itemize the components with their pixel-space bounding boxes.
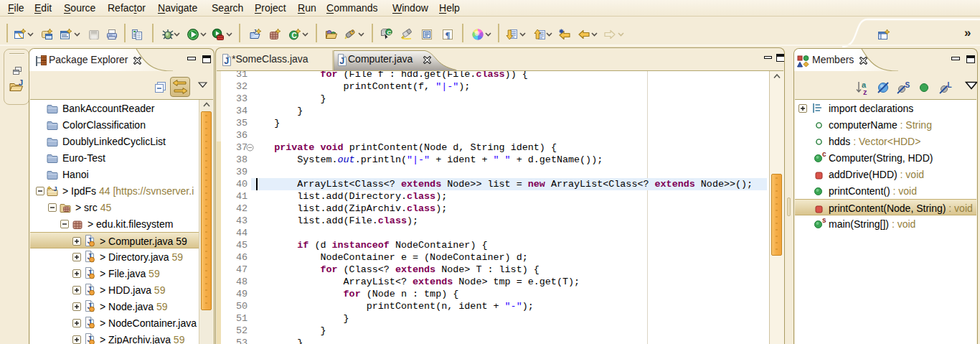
svg-text:C: C [292,32,297,39]
svg-text:C: C [387,29,392,36]
svg-text:»: » [964,26,971,39]
svg-text:L: L [948,81,952,89]
svg-text:¶: ¶ [446,29,451,40]
svg-text:S: S [905,81,910,89]
svg-text:z: z [863,88,867,96]
svg-text:J: J [19,78,23,87]
